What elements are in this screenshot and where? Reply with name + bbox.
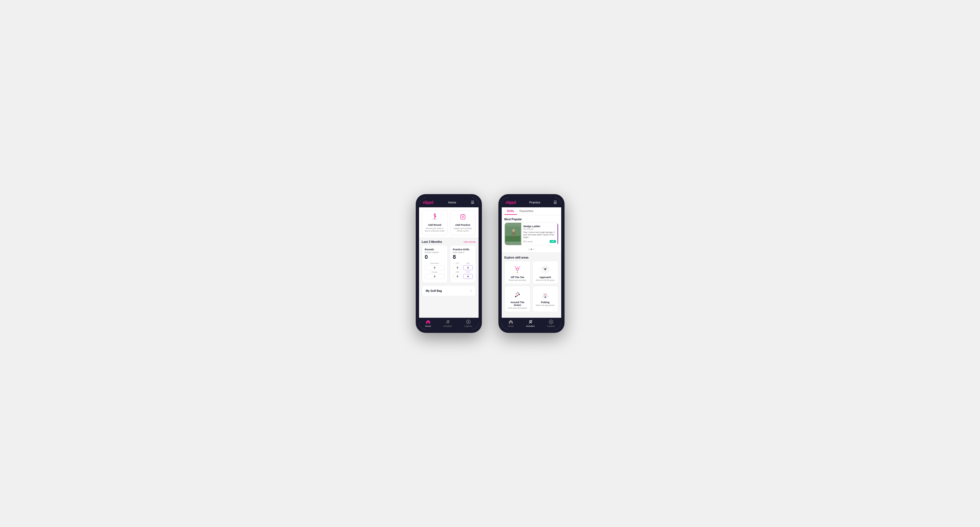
tab-drills[interactable]: Drills [504, 207, 517, 215]
skill-card-around-the-green[interactable]: Around The Green Hone your short game [504, 286, 531, 312]
drill-footer: 9 shots APP [523, 240, 556, 243]
off-the-tee-name: Off The Tee [511, 276, 524, 279]
skill-card-putting[interactable]: Putting Make and lag practice [532, 286, 558, 312]
nav-capture-2[interactable]: Capture [547, 319, 555, 327]
capture-nav-icon-2 [549, 319, 554, 324]
add-round-icon [431, 213, 439, 222]
around-the-green-desc: Hone your short game [508, 307, 527, 309]
practice-tabs: Drills Favourites [502, 207, 561, 215]
tab-favourites[interactable]: Favourites [517, 207, 536, 215]
practice-drills-card: Practice Drills Drills Capture 8 OTT APP… [450, 245, 476, 283]
svg-point-38 [516, 293, 517, 294]
drills-labels-row2: ARG PUTT [453, 271, 473, 273]
svg-rect-7 [462, 214, 462, 215]
bottom-nav-practice: Home Activities Capture [502, 318, 561, 330]
skill-card-off-the-tee[interactable]: Off The Tee Power and accuracy [504, 261, 531, 284]
activity-section-header: Last 3 Months View Activity [419, 237, 479, 245]
svg-point-48 [546, 294, 547, 294]
approach-desc: Dial-in to hit the green [536, 279, 555, 281]
nav-home-label: Home [425, 325, 431, 327]
app-label: APP [463, 262, 473, 264]
around-the-green-name: Around The Green [507, 301, 528, 306]
svg-point-31 [544, 269, 545, 270]
nav-capture[interactable]: Capture [465, 319, 472, 327]
nav-activities[interactable]: Activities [443, 319, 452, 327]
drills-vals-row1: 0 4 [453, 265, 473, 270]
rounds-practice-row: Practice [425, 271, 445, 273]
app-val: 4 [463, 265, 473, 270]
add-round-card[interactable]: Add Round Record your shots in fast or e… [422, 210, 448, 235]
drill-card-image [505, 223, 521, 245]
nav-activities-2[interactable]: Activities [526, 319, 535, 327]
svg-point-33 [546, 268, 547, 268]
add-round-title: Add Round [428, 224, 441, 226]
skill-card-approach[interactable]: Approach Dial-in to hit the green [532, 261, 558, 284]
nav-home-2[interactable]: Home [508, 319, 514, 327]
nav-activities-label: Activities [443, 325, 452, 327]
around-the-green-icon [512, 289, 523, 300]
tournament-label: Tournament [425, 262, 445, 264]
practice-label: Practice [425, 271, 445, 273]
svg-rect-8 [463, 214, 464, 215]
practice-val: 0 [425, 274, 445, 279]
add-round-desc: Record your shots in fast or enhanced mo… [424, 227, 445, 232]
activities-nav-icon [445, 319, 450, 324]
nav-activities-label-2: Activities [526, 325, 535, 327]
drill-card-body: Wedge Ladder 50–100 yds Play 1 shot at e… [521, 223, 558, 245]
drill-badge: APP [550, 240, 556, 243]
arg-val: 0 [453, 274, 462, 279]
most-popular-section: Most Popular [502, 215, 561, 252]
drill-shots: 9 shots [523, 240, 533, 243]
svg-point-23 [517, 272, 518, 273]
rounds-tournament-row: Tournament [425, 262, 445, 264]
app-header-home: clippd Home ☰ [419, 197, 479, 207]
approach-icon [540, 264, 551, 275]
ott-label: OTT [453, 262, 462, 264]
svg-point-47 [544, 294, 545, 294]
header-title: Home [448, 201, 456, 204]
nav-home[interactable]: Home [425, 319, 431, 327]
putting-name: Putting [541, 301, 550, 304]
add-practice-icon [459, 213, 467, 222]
arg-label: ARG [453, 271, 462, 273]
app-header-practice: clippd Practice ☰ [502, 197, 561, 207]
explore-title: Explore skill areas [504, 254, 558, 261]
putting-desc: Make and lag practice [536, 304, 555, 306]
drill-card-wedge[interactable]: Wedge Ladder 50–100 yds Play 1 shot at e… [504, 222, 558, 245]
view-activity-link[interactable]: View Activity [463, 241, 476, 243]
add-practice-title: Add Practice [455, 224, 470, 226]
drills-labels-row: OTT APP [453, 262, 473, 264]
action-cards-row: Add Round Record your shots in fast or e… [419, 207, 479, 237]
capture-nav-icon [466, 319, 471, 324]
practice-header-title: Practice [529, 201, 540, 204]
home-nav-icon-2 [508, 319, 513, 324]
shots-icon [523, 240, 526, 243]
app-logo: clippd [423, 200, 433, 205]
drill-subtitle: 50–100 yds [523, 228, 556, 230]
off-the-tee-icon [512, 264, 523, 275]
dots-indicator [502, 248, 561, 252]
golf-bag-label: My Golf Bag [426, 289, 442, 292]
star-icon[interactable]: ☆ [554, 224, 556, 227]
rounds-total: 0 [425, 254, 445, 260]
golf-bag-row[interactable]: My Golf Bag › [422, 285, 476, 296]
rounds-title: Rounds [425, 248, 445, 251]
bottom-nav-home: Home Activities Capture [419, 318, 479, 330]
add-practice-card[interactable]: Add Practice Capture your practice off-t… [450, 210, 476, 235]
svg-point-22 [524, 241, 525, 242]
off-the-tee-desc: Power and accuracy [509, 279, 526, 281]
drills-title: Practice Drills [453, 248, 473, 251]
activity-title: Last 3 Months [422, 240, 442, 243]
drills-vals-row2: 0 4 [453, 274, 473, 279]
explore-section: Explore skill areas [502, 254, 561, 315]
svg-point-30 [546, 270, 546, 270]
skill-grid: Off The Tee Power and accuracy [504, 261, 558, 312]
tournament-val: 0 [425, 265, 445, 270]
dot-1 [528, 249, 530, 250]
menu-icon[interactable]: ☰ [471, 200, 474, 205]
stats-container: Rounds Rounds Capture 0 Tournament 0 Pra… [419, 245, 479, 285]
nav-capture-label: Capture [465, 325, 472, 327]
menu-icon-2[interactable]: ☰ [554, 200, 557, 205]
purple-accent-bar [557, 223, 558, 245]
dot-2 [531, 249, 532, 250]
